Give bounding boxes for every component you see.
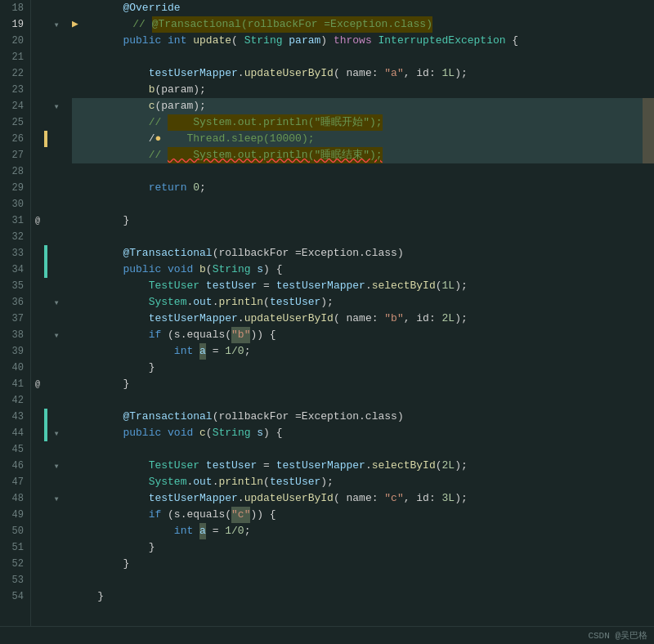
token: ); [455, 490, 468, 507]
line-number-20: 20 [3, 33, 24, 49]
token: "b" [384, 311, 403, 327]
token: String [244, 33, 289, 49]
token: "b" [231, 327, 250, 343]
token: ) { [263, 262, 282, 278]
gutter-mark-46[interactable] [47, 458, 65, 474]
token: ; [244, 343, 251, 360]
token: String [213, 425, 258, 441]
line-number-34: 34 [3, 262, 24, 278]
token: // [149, 147, 168, 163]
token: name: [346, 65, 384, 82]
gutter-mark-21 [47, 49, 65, 65]
token: } [123, 376, 129, 392]
code-area: 1819202122232425262728293031323334353637… [0, 0, 654, 626]
token: (rollbackFor =Exception.class) [213, 409, 404, 425]
left-indicator-49 [31, 507, 44, 523]
breakpoint-arrow-icon: ▶ [72, 16, 78, 33]
code-line-41: } [72, 376, 643, 392]
gutter-mark-48[interactable] [47, 490, 65, 507]
token: ); [455, 278, 468, 294]
left-indicator-54 [31, 588, 44, 605]
token: @Override [123, 0, 180, 16]
gutter-mark-33 [47, 245, 65, 262]
gutter-mark-42 [47, 392, 65, 409]
token: )) { [250, 507, 275, 523]
token: void [168, 425, 199, 441]
gutter-mark-24[interactable] [47, 98, 65, 114]
scroll-marker-33 [643, 245, 654, 262]
code-line-31: } [72, 212, 643, 229]
left-indicator-33 [31, 245, 44, 262]
token: selectById [372, 278, 436, 294]
code-line-46: TestUser testUser = testUserMapper.selec… [72, 458, 643, 474]
gutter-mark-38[interactable] [47, 327, 65, 343]
left-indicator-38 [31, 327, 44, 343]
left-indicator-28 [31, 163, 44, 180]
token: println [218, 294, 263, 311]
token: { [506, 33, 519, 49]
gutter-mark-34 [47, 262, 65, 278]
line-number-50: 50 [3, 523, 24, 539]
token: . [186, 474, 193, 490]
scroll-marker-34 [643, 262, 654, 278]
line-number-31: 31 [3, 212, 24, 229]
token: Thread.sleep(10000); [161, 131, 314, 147]
code-editor: 1819202122232425262728293031323334353637… [0, 0, 654, 644]
scroll-marker-24 [643, 98, 654, 114]
token: s [257, 425, 263, 441]
token: name: [346, 311, 384, 327]
token: . [238, 65, 244, 82]
scroll-marker-21 [643, 49, 654, 65]
code-line-45 [72, 441, 643, 458]
gutter-mark-36[interactable] [47, 294, 65, 311]
token: ( [334, 65, 347, 82]
token: ; [244, 523, 251, 539]
token: public [123, 425, 168, 441]
gutter-mark-52 [47, 556, 65, 572]
token: System [149, 294, 187, 311]
token: name: [346, 490, 384, 507]
code-line-42 [72, 392, 643, 409]
gutter-mark-50 [47, 523, 65, 539]
scroll-marker-45 [643, 441, 654, 458]
code-line-20: public int update( String param) throws … [72, 33, 643, 49]
gutter-mark-41 [47, 376, 65, 392]
gutter-mark-44[interactable] [47, 425, 65, 441]
token: id: [416, 311, 441, 327]
gutter-mark-22 [47, 65, 65, 82]
code-line-38: if (s.equals("b")) { [72, 327, 643, 343]
token: testUserMapper [276, 458, 365, 474]
token: = [257, 278, 275, 294]
token: ); [455, 458, 468, 474]
scroll-marker-53 [643, 572, 654, 588]
token: param [289, 33, 320, 49]
line-number-22: 22 [3, 65, 24, 82]
line-number-29: 29 [3, 180, 24, 196]
line-number-32: 32 [3, 229, 24, 245]
gutter-mark-19[interactable] [47, 16, 65, 33]
line-number-25: 25 [3, 114, 24, 131]
left-indicator-34 [31, 262, 44, 278]
token: = [206, 523, 225, 539]
scroll-marker-19 [643, 16, 654, 33]
token: ( [263, 474, 270, 490]
left-indicator-42 [31, 392, 44, 409]
scroll-marker-22 [643, 65, 654, 82]
gutter-mark-29 [47, 180, 65, 196]
gutter-mark-18 [47, 0, 65, 16]
code-line-50: int a = 1/0; [72, 523, 643, 539]
code-line-51: } [72, 539, 643, 556]
token: // [132, 16, 146, 33]
line-number-26: 26 [3, 131, 24, 147]
token: throws [334, 33, 379, 49]
scroll-marker-25 [643, 114, 654, 131]
left-indicator-47 [31, 474, 44, 490]
token: ● [155, 131, 161, 147]
line-number-24: 24 [3, 98, 24, 114]
token: 1/0 [225, 343, 244, 360]
token: 1/0 [225, 523, 244, 539]
gutter-mark-37 [47, 311, 65, 327]
token: "c" [384, 490, 403, 507]
token: // [149, 114, 168, 131]
left-indicator-45 [31, 441, 44, 458]
